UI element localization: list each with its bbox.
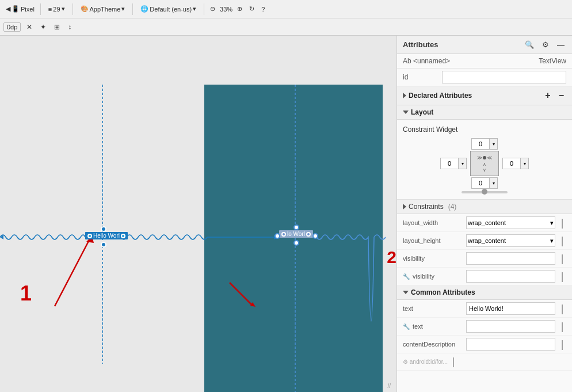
handle-top-1[interactable] <box>101 226 106 232</box>
help-button[interactable]: ? <box>259 5 267 14</box>
handle-dot-left-2 <box>281 232 286 237</box>
cv-left-chev: ≫ <box>477 155 482 161</box>
locale-dropdown[interactable]: 🌐 Default (en-us) ▾ <box>136 3 200 14</box>
separator-3 <box>132 3 133 15</box>
refresh-button[interactable]: ↻ <box>247 4 257 14</box>
triangle-down-common <box>403 291 409 294</box>
back-icon: ◀ <box>6 5 10 13</box>
common-attrs-left: Common Attributes <box>403 288 475 296</box>
layout-height-side-btn[interactable]: | <box>558 235 566 247</box>
layout-height-chevron: ▾ <box>550 237 554 245</box>
search-button[interactable]: 🔍 <box>523 40 536 49</box>
cv-top-arrow[interactable]: ▾ <box>490 138 498 150</box>
tool3-icon: ⊞ <box>54 23 60 31</box>
constraint-widget-label: Constraint Widget <box>403 125 566 134</box>
theme-dropdown[interactable]: 🎨 AppTheme ▾ <box>77 3 129 14</box>
handle-bottom-1[interactable] <box>101 242 106 248</box>
handle-bottom-2[interactable] <box>293 240 299 246</box>
visibility-row-1: visibility | <box>397 250 572 268</box>
cv-left-input[interactable] <box>440 158 459 169</box>
svg-line-5 <box>55 240 89 306</box>
tool3-button[interactable]: ⊞ <box>52 22 62 32</box>
wrench-icon-2: 🔧 <box>403 324 410 330</box>
visibility-input-2[interactable] <box>466 270 555 283</box>
declared-attrs-header[interactable]: Declared Attributes + − <box>397 86 572 105</box>
constraints-label: Constraints <box>409 203 444 211</box>
widget-text-2: lo Worl <box>287 231 305 237</box>
content-desc-row: contentDescription | <box>397 336 572 353</box>
tool2-button[interactable]: ✦ <box>38 22 48 32</box>
handle-left-2[interactable] <box>274 233 280 239</box>
text-row-2: 🔧 text | <box>397 318 572 336</box>
theme-chevron: ▾ <box>121 5 125 13</box>
cv-center: ≫ ≪ ∧ ∨ <box>470 151 499 176</box>
cv-center-box: ≫ ≪ ∧ ∨ <box>470 151 499 176</box>
cv-right-chev: ≪ <box>487 155 492 161</box>
cv-bot-input[interactable] <box>471 177 490 189</box>
widget-label-1[interactable]: Hello Worl <box>85 232 128 239</box>
cv-top-input[interactable] <box>471 138 490 150</box>
cv-right-input[interactable] <box>502 158 521 169</box>
search-icon: 🔍 <box>525 40 534 49</box>
visibility-input-1[interactable] <box>466 252 555 265</box>
offset-label: 0dp <box>7 24 17 31</box>
minimize-button[interactable]: — <box>555 40 566 49</box>
canvas-area[interactable]: Hello Worl lo Worl 1 <box>0 36 396 392</box>
widget-label-2[interactable]: lo Worl <box>279 230 313 238</box>
layout-height-dropdown[interactable]: wrap_content ▾ <box>466 234 555 247</box>
tool4-icon: ↕ <box>68 23 71 31</box>
theme-label: AppTheme <box>90 6 121 13</box>
panel-scroll[interactable]: Declared Attributes + − Layout Constrain… <box>397 86 572 392</box>
visibility-value-wrap-1: | <box>466 252 566 265</box>
zoom-in-button[interactable]: ⊕ <box>235 4 245 14</box>
triangle-right-constraints <box>403 204 406 210</box>
panel-header-icons: 🔍 ⚙ — <box>523 40 566 49</box>
cv-bot-arrow[interactable]: ▾ <box>490 177 498 189</box>
common-attrs-label: Common Attributes <box>411 288 475 296</box>
handle-right-2[interactable] <box>312 233 318 239</box>
offset-button[interactable]: 0dp <box>3 22 21 32</box>
declared-attrs-left: Declared Attributes <box>403 92 472 100</box>
zoom-out-button[interactable]: ⊖ <box>208 4 218 14</box>
triangle-right-icon <box>403 93 406 98</box>
layout-width-value-wrap: wrap_content ▾ | <box>466 216 566 229</box>
common-attrs-header[interactable]: Common Attributes <box>397 286 572 300</box>
handle-top-2[interactable] <box>293 224 299 230</box>
panel-title: Attributes <box>403 40 438 49</box>
text-value-wrap-1: | <box>466 302 566 315</box>
id-input[interactable] <box>442 71 566 83</box>
layout-height-row: layout_height wrap_content ▾ | <box>397 232 572 250</box>
layout-section-header[interactable]: Layout <box>397 105 572 120</box>
visibility-side-btn-2[interactable]: | <box>558 271 566 283</box>
add-attr-button[interactable]: + <box>543 89 552 102</box>
cv-slider[interactable] <box>462 191 508 193</box>
text-input-1[interactable] <box>466 302 555 315</box>
more-attrs-btn[interactable]: | <box>449 356 457 368</box>
zoom-out-icon: ⊖ <box>210 5 215 13</box>
layout-width-side-btn[interactable]: | <box>558 217 566 229</box>
text-side-btn-2[interactable]: | <box>558 321 566 333</box>
remove-attr-button[interactable]: − <box>556 89 566 102</box>
text-side-btn-1[interactable]: | <box>558 303 566 315</box>
cv-right-arrow[interactable]: ▾ <box>521 158 529 169</box>
content-desc-side-btn[interactable]: | <box>558 338 566 351</box>
tool1-button[interactable]: ✕ <box>24 22 35 32</box>
back-button[interactable]: ◀ 📱 Pixel <box>3 4 37 14</box>
text-row-1: text | <box>397 300 572 318</box>
constraints-section-header[interactable]: Constraints (4) <box>397 200 572 214</box>
api-dropdown[interactable]: ≡ 29 ▾ <box>44 3 69 14</box>
text-input-2[interactable] <box>466 320 555 333</box>
settings-button[interactable]: ⚙ <box>540 40 551 49</box>
visibility-side-btn-1[interactable]: | <box>558 253 566 265</box>
triangle-down-icon <box>403 111 409 114</box>
cv-left-arrow[interactable]: ▾ <box>459 158 467 169</box>
content-desc-input[interactable] <box>466 338 555 351</box>
tool4-button[interactable]: ↕ <box>66 22 74 32</box>
layout-width-chevron: ▾ <box>550 219 554 227</box>
layout-width-dropdown[interactable]: wrap_content ▾ <box>466 216 555 229</box>
handle-dot-right-2 <box>306 232 311 237</box>
separator-1 <box>40 3 41 15</box>
annotation-arrow-2 <box>224 277 258 311</box>
gear-icon: ⚙ <box>542 40 549 49</box>
locale-icon: 🌐 <box>140 5 148 13</box>
